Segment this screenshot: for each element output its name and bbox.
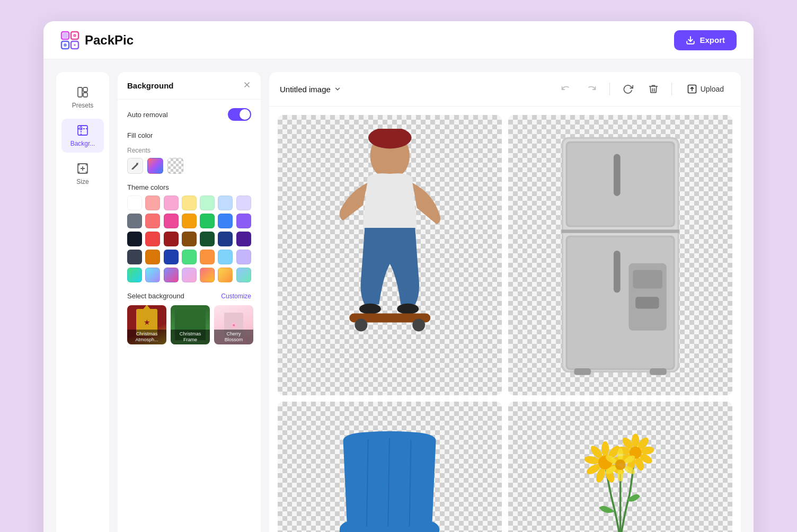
gradient-swatch[interactable] — [147, 158, 163, 174]
theme-colors-grid — [127, 196, 251, 282]
color-sky[interactable] — [218, 250, 233, 264]
chair-image — [311, 427, 468, 532]
eyedropper-swatch[interactable] — [127, 158, 143, 174]
main-content: Presets Backgr... Size — [43, 59, 754, 532]
panel-title: Background — [127, 81, 174, 90]
download-icon — [686, 36, 695, 45]
image-cell-skater[interactable] — [278, 115, 502, 395]
color-blue-light[interactable] — [218, 196, 233, 210]
color-blue-mid[interactable] — [164, 250, 179, 264]
refresh-button[interactable] — [618, 79, 637, 99]
close-icon — [243, 81, 251, 89]
close-panel-button[interactable] — [243, 81, 251, 91]
color-rose-dark[interactable] — [164, 232, 179, 246]
image-cell-flowers[interactable] — [508, 402, 732, 532]
chevron-down-icon — [334, 85, 341, 93]
svg-point-67 — [615, 459, 626, 470]
color-grad6[interactable] — [218, 268, 233, 282]
color-red[interactable] — [145, 214, 160, 228]
image-cell-chair[interactable] — [278, 402, 502, 532]
undo-button[interactable] — [556, 79, 575, 99]
bg-thumb-christmas[interactable]: ★ ChristmasAtmosph... — [127, 305, 166, 344]
divider-1 — [609, 83, 610, 95]
color-orange[interactable] — [145, 250, 160, 264]
sidebar-item-background[interactable]: Backgr... — [61, 119, 104, 153]
header: PackPic Export — [43, 21, 754, 59]
redo-button[interactable] — [582, 79, 601, 99]
color-gray[interactable] — [127, 214, 142, 228]
theme-colors-label: Theme colors — [127, 183, 251, 191]
svg-rect-9 — [78, 87, 82, 97]
color-purple-light[interactable] — [236, 196, 251, 210]
image-title-button[interactable]: Untitled image — [280, 85, 341, 94]
svg-rect-38 — [650, 369, 667, 376]
color-blue[interactable] — [218, 214, 233, 228]
sidebar-item-size[interactable]: Size — [61, 157, 104, 191]
refresh-icon — [623, 84, 633, 94]
svg-point-7 — [74, 44, 76, 46]
svg-rect-36 — [635, 297, 659, 309]
color-green-light[interactable] — [200, 196, 215, 210]
color-grad1[interactable] — [127, 268, 142, 282]
color-olive[interactable] — [182, 232, 197, 246]
skater-image — [295, 129, 485, 381]
color-indigo-dark[interactable] — [236, 232, 251, 246]
color-grad7[interactable] — [236, 268, 251, 282]
auto-removal-toggle[interactable] — [228, 108, 251, 121]
color-white[interactable] — [127, 196, 142, 210]
color-grad3[interactable] — [164, 268, 179, 282]
color-navy[interactable] — [218, 232, 233, 246]
recents-label: Recents — [127, 147, 150, 154]
panel-body: Auto removal Fill color Recents — [118, 100, 261, 353]
sidebar-item-presets[interactable]: Presets — [61, 81, 104, 114]
color-pink-light[interactable] — [164, 196, 179, 210]
color-amber[interactable] — [182, 214, 197, 228]
upload-label: Upload — [701, 85, 724, 93]
select-background-label: Select background — [127, 292, 184, 300]
transparent-swatch[interactable] — [167, 158, 183, 174]
bg-thumb-christmas-label: ChristmasAtmosph... — [127, 330, 166, 344]
fill-color-label: Fill color — [127, 131, 153, 139]
svg-point-21 — [397, 304, 419, 314]
bg-thumb-cherry-label: CherryBlossom — [214, 330, 253, 344]
svg-point-24 — [412, 319, 425, 332]
size-icon — [76, 162, 89, 175]
color-darkgray[interactable] — [127, 250, 142, 264]
logo-icon — [60, 31, 79, 50]
panel-header: Background — [118, 72, 261, 100]
export-button[interactable]: Export — [674, 30, 737, 50]
color-amber-light[interactable] — [182, 196, 197, 210]
color-black[interactable] — [127, 232, 142, 246]
select-background-header: Select background Customize — [127, 292, 251, 300]
size-label: Size — [76, 178, 88, 185]
color-grad4[interactable] — [182, 268, 197, 282]
background-icon — [76, 124, 89, 137]
app-window: PackPic Export Presets — [43, 21, 754, 532]
color-lime[interactable] — [182, 250, 197, 264]
delete-button[interactable] — [644, 79, 663, 99]
svg-rect-27 — [561, 230, 679, 233]
bg-thumb-christmas-frame[interactable]: ★ ChristmasFrame — [171, 305, 210, 344]
flowers-image — [536, 413, 704, 532]
svg-point-6 — [64, 43, 67, 47]
color-pink[interactable] — [164, 214, 179, 228]
bg-thumbnails: ★ ChristmasAtmosph... ★ Chri — [127, 305, 251, 344]
color-grad2[interactable] — [145, 268, 160, 282]
color-rose-light[interactable] — [145, 196, 160, 210]
logo: PackPic — [60, 31, 134, 50]
bg-thumb-cherry[interactable]: 🌸 CherryBlossom — [214, 305, 253, 344]
color-green-dark[interactable] — [200, 232, 215, 246]
canvas-area: Untitled image — [269, 72, 741, 532]
image-cell-fridge[interactable] — [508, 115, 732, 395]
color-lavender[interactable] — [236, 250, 251, 264]
color-grad5[interactable] — [200, 268, 215, 282]
color-red-dark[interactable] — [145, 232, 160, 246]
upload-button[interactable]: Upload — [680, 79, 730, 99]
color-orange2[interactable] — [200, 250, 215, 264]
customize-link[interactable]: Customize — [221, 292, 251, 300]
color-green[interactable] — [200, 214, 215, 228]
svg-rect-11 — [83, 93, 87, 97]
fridge-image — [536, 129, 704, 381]
undo-icon — [561, 84, 571, 94]
color-purple[interactable] — [236, 214, 251, 228]
